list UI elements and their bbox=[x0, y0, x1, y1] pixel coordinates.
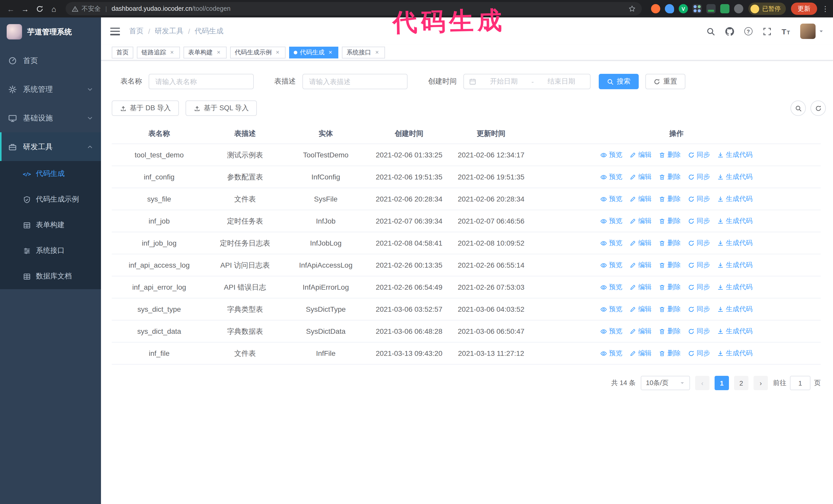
profile-paused-badge[interactable]: 已暂停 bbox=[748, 3, 786, 15]
toggle-search-button[interactable] bbox=[790, 100, 806, 116]
delete-link[interactable]: 删除 bbox=[659, 282, 681, 293]
edit-link[interactable]: 编辑 bbox=[629, 259, 651, 271]
sidebar-subitem-codegen[interactable]: </> 代码生成 bbox=[0, 161, 101, 187]
extension-icon-orange[interactable] bbox=[651, 4, 660, 13]
delete-link[interactable]: 删除 bbox=[659, 304, 681, 315]
prev-page-button[interactable]: ‹ bbox=[695, 376, 710, 390]
edit-link[interactable]: 编辑 bbox=[629, 304, 651, 315]
delete-link[interactable]: 删除 bbox=[659, 326, 681, 337]
delete-link[interactable]: 删除 bbox=[659, 347, 681, 359]
preview-link[interactable]: 预览 bbox=[600, 347, 622, 359]
address-bar[interactable]: 不安全 | dashboard.yudao.iocoder.cn/tool/co… bbox=[66, 2, 642, 16]
refresh-table-button[interactable] bbox=[810, 100, 826, 116]
collapse-sidebar-button[interactable] bbox=[110, 27, 120, 35]
edit-link[interactable]: 编辑 bbox=[629, 347, 651, 359]
sync-link[interactable]: 同步 bbox=[688, 171, 710, 183]
browser-menu-icon[interactable]: ⋮ bbox=[822, 5, 829, 13]
edit-link[interactable]: 编辑 bbox=[629, 171, 651, 183]
reset-button[interactable]: 重置 bbox=[645, 74, 685, 89]
bookmark-star-icon[interactable] bbox=[628, 5, 636, 12]
fullscreen-icon[interactable] bbox=[763, 27, 771, 35]
search-button[interactable]: 搜索 bbox=[599, 74, 639, 89]
table-desc-input[interactable] bbox=[303, 74, 407, 89]
sync-link[interactable]: 同步 bbox=[688, 149, 710, 161]
tab-trace[interactable]: 链路追踪 × bbox=[137, 47, 180, 58]
sync-link[interactable]: 同步 bbox=[688, 259, 710, 271]
close-icon[interactable]: × bbox=[327, 49, 334, 56]
edit-link[interactable]: 编辑 bbox=[629, 193, 651, 205]
sidebar-subitem-codegen-example[interactable]: 代码生成示例 bbox=[0, 187, 101, 212]
preview-link[interactable]: 预览 bbox=[600, 215, 622, 226]
breadcrumb-devtools[interactable]: 研发工具 bbox=[155, 27, 184, 36]
preview-link[interactable]: 预览 bbox=[600, 259, 622, 271]
generate-code-link[interactable]: 生成代码 bbox=[717, 193, 753, 205]
delete-link[interactable]: 删除 bbox=[659, 215, 681, 226]
sync-link[interactable]: 同步 bbox=[688, 237, 710, 249]
goto-page-input[interactable] bbox=[790, 376, 810, 390]
preview-link[interactable]: 预览 bbox=[600, 282, 622, 293]
edit-link[interactable]: 编辑 bbox=[629, 326, 651, 337]
user-menu[interactable] bbox=[800, 24, 824, 39]
preview-link[interactable]: 预览 bbox=[600, 304, 622, 315]
generate-code-link[interactable]: 生成代码 bbox=[717, 304, 753, 315]
table-name-input[interactable] bbox=[149, 74, 254, 89]
sidebar-subitem-db-doc[interactable]: 数据库文档 bbox=[0, 264, 101, 289]
sidebar-item-devtools[interactable]: 研发工具 bbox=[0, 132, 101, 161]
sidebar-item-home[interactable]: 首页 bbox=[0, 46, 101, 75]
delete-link[interactable]: 删除 bbox=[659, 259, 681, 271]
page-button-1[interactable]: 1 bbox=[715, 376, 729, 390]
tab-home[interactable]: 首页 bbox=[112, 47, 133, 58]
sync-link[interactable]: 同步 bbox=[688, 304, 710, 315]
generate-code-link[interactable]: 生成代码 bbox=[717, 259, 753, 271]
preview-link[interactable]: 预览 bbox=[600, 193, 622, 205]
browser-update-button[interactable]: 更新 bbox=[791, 3, 817, 15]
page-size-select[interactable]: 10条/页 bbox=[641, 376, 690, 390]
extension-icon-v[interactable]: V bbox=[679, 4, 688, 13]
generate-code-link[interactable]: 生成代码 bbox=[717, 171, 753, 183]
date-range-picker[interactable]: 开始日期 - 结束日期 bbox=[463, 74, 591, 89]
preview-link[interactable]: 预览 bbox=[600, 237, 622, 249]
breadcrumb-home[interactable]: 首页 bbox=[129, 27, 144, 36]
sync-link[interactable]: 同步 bbox=[688, 326, 710, 337]
edit-link[interactable]: 编辑 bbox=[629, 237, 651, 249]
search-icon[interactable] bbox=[706, 27, 715, 35]
edit-link[interactable]: 编辑 bbox=[629, 282, 651, 293]
generate-code-link[interactable]: 生成代码 bbox=[717, 282, 753, 293]
delete-link[interactable]: 删除 bbox=[659, 193, 681, 205]
import-sql-button[interactable]: 基于 SQL 导入 bbox=[186, 100, 257, 116]
tab-codegen-example[interactable]: 代码生成示例 × bbox=[230, 47, 286, 58]
tab-codegen[interactable]: 代码生成 × bbox=[289, 47, 338, 58]
browser-reload-icon[interactable] bbox=[33, 2, 46, 16]
next-page-button[interactable]: › bbox=[754, 376, 768, 390]
github-icon[interactable] bbox=[725, 27, 734, 35]
sidebar-subitem-form-builder[interactable]: 表单构建 bbox=[0, 212, 101, 238]
close-icon[interactable]: × bbox=[169, 49, 175, 56]
browser-back-icon[interactable]: ← bbox=[4, 2, 18, 16]
font-size-icon[interactable]: TT bbox=[782, 27, 790, 35]
sync-link[interactable]: 同步 bbox=[688, 347, 710, 359]
generate-code-link[interactable]: 生成代码 bbox=[717, 347, 753, 359]
generate-code-link[interactable]: 生成代码 bbox=[717, 326, 753, 337]
help-icon[interactable]: ? bbox=[744, 27, 752, 35]
sync-link[interactable]: 同步 bbox=[688, 282, 710, 293]
delete-link[interactable]: 删除 bbox=[659, 237, 681, 249]
edit-link[interactable]: 编辑 bbox=[629, 149, 651, 161]
preview-link[interactable]: 预览 bbox=[600, 326, 622, 337]
preview-link[interactable]: 预览 bbox=[600, 149, 622, 161]
browser-forward-icon[interactable]: → bbox=[19, 2, 32, 16]
tab-system-api[interactable]: 系统接口 × bbox=[342, 47, 385, 58]
extension-icon-dark[interactable] bbox=[706, 4, 716, 13]
generate-code-link[interactable]: 生成代码 bbox=[717, 237, 753, 249]
preview-link[interactable]: 预览 bbox=[600, 171, 622, 183]
sidebar-item-infrastructure[interactable]: 基础设施 bbox=[0, 103, 101, 132]
delete-link[interactable]: 删除 bbox=[659, 149, 681, 161]
sync-link[interactable]: 同步 bbox=[688, 193, 710, 205]
extension-icon-green[interactable] bbox=[720, 4, 730, 13]
delete-link[interactable]: 删除 bbox=[659, 171, 681, 183]
sync-link[interactable]: 同步 bbox=[688, 215, 710, 226]
generate-code-link[interactable]: 生成代码 bbox=[717, 149, 753, 161]
import-db-button[interactable]: 基于 DB 导入 bbox=[112, 100, 179, 116]
close-icon[interactable]: × bbox=[374, 49, 380, 56]
sidebar-item-system-mgmt[interactable]: 系统管理 bbox=[0, 75, 101, 103]
sidebar-subitem-system-api[interactable]: 系统接口 bbox=[0, 238, 101, 264]
